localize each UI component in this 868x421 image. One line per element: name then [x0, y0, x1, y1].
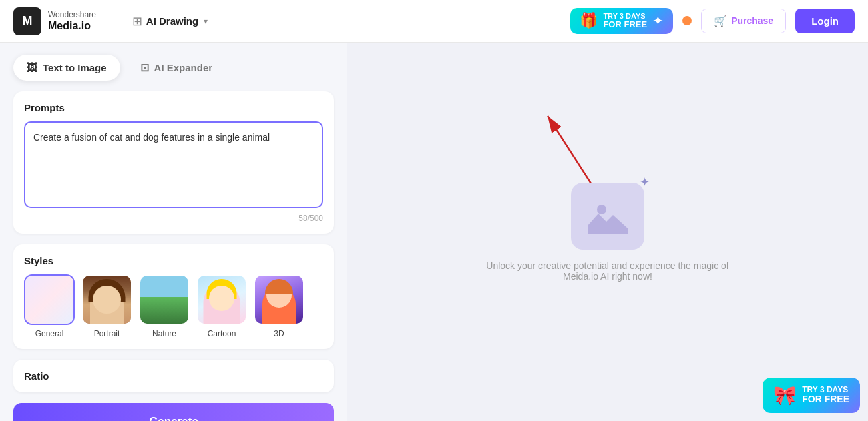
style-label-3d: 3D [274, 329, 284, 338]
brand-wondershare: Wondershare [48, 10, 96, 19]
bottom-gift-banner[interactable]: 🎀 TRY 3 DAYS FOR FREE [763, 378, 860, 413]
right-panel: ✦ Unlock your creative potential and exp… [347, 43, 868, 421]
prompts-card: Prompts Create a fusion of cat and dog f… [13, 91, 334, 234]
expand-icon: ⊡ [140, 61, 149, 74]
image-icon: 🖼 [27, 62, 37, 74]
gift-icon: 🎁 [580, 12, 598, 29]
style-thumb-general[interactable] [24, 274, 75, 325]
star-decoration-icon: ✦ [640, 175, 650, 189]
tabs: 🖼 Text to Image ⊡ AI Expander [13, 55, 334, 81]
ratio-card: Ratio [13, 360, 334, 392]
style-thumb-3d[interactable] [254, 274, 304, 325]
styles-card: Styles General [13, 244, 334, 349]
svg-point-3 [597, 205, 606, 214]
try-banner-button[interactable]: 🎁 TRY 3 DAYS FOR FREE ✦ [570, 8, 673, 33]
bottom-gift-line2: FOR FREE [802, 394, 849, 404]
star-icon: ✦ [652, 13, 664, 29]
brand-text: Wondershare Media.io [48, 10, 96, 33]
style-thumb-cartoon[interactable] [196, 274, 247, 325]
brand-mediaio: Media.io [48, 19, 96, 32]
style-item-nature[interactable]: Nature [139, 274, 190, 338]
main-layout: 🖼 Text to Image ⊡ AI Expander Prompts Cr… [0, 43, 868, 421]
styles-title: Styles [24, 255, 323, 266]
style-item-general[interactable]: General [24, 274, 75, 338]
grid-icon: ⊞ [132, 14, 142, 29]
nav-area[interactable]: ⊞ AI Drawing ▾ [132, 14, 208, 29]
ratio-title: Ratio [24, 370, 323, 382]
placeholder-icon: ✦ [571, 183, 644, 250]
chevron-down-icon: ▾ [204, 17, 208, 26]
cart-icon: 🛒 [714, 15, 727, 27]
left-panel: 🖼 Text to Image ⊡ AI Expander Prompts Cr… [0, 43, 347, 421]
style-item-portrait[interactable]: Portrait [81, 274, 132, 338]
style-label-cartoon: Cartoon [208, 329, 236, 338]
tab-text-to-image[interactable]: 🖼 Text to Image [13, 55, 120, 81]
style-thumb-portrait[interactable] [81, 274, 132, 325]
header: M Wondershare Media.io ⊞ AI Drawing ▾ 🎁 … [0, 0, 868, 43]
logo-icon: M [13, 7, 41, 35]
style-label-general: General [35, 329, 64, 338]
style-label-portrait: Portrait [94, 329, 120, 338]
style-thumb-nature[interactable] [139, 274, 190, 325]
prompts-title: Prompts [24, 102, 323, 113]
try-line2: FOR FREE [603, 20, 647, 29]
prompt-textarea[interactable]: Create a fusion of cat and dog features … [24, 121, 323, 208]
login-button[interactable]: Login [795, 9, 855, 33]
generate-button[interactable]: Generate [13, 403, 334, 421]
notification-dot[interactable] [682, 16, 692, 25]
style-item-cartoon[interactable]: Cartoon [196, 274, 247, 338]
prompt-counter: 58/500 [24, 214, 323, 223]
logo-area: M Wondershare Media.io [13, 7, 96, 35]
placeholder-text: Unlock your creative potential and exper… [474, 260, 741, 282]
gift-ribbon-icon: 🎀 [773, 384, 797, 406]
style-label-nature: Nature [152, 329, 176, 338]
placeholder-area: ✦ Unlock your creative potential and exp… [474, 183, 741, 282]
nav-label: AI Drawing [146, 15, 198, 27]
style-item-3d[interactable]: 3D [254, 274, 304, 338]
purchase-button[interactable]: 🛒 Purchase [701, 9, 786, 33]
header-right: 🎁 TRY 3 DAYS FOR FREE ✦ 🛒 Purchase Login [570, 8, 855, 33]
styles-grid: General Portrait [24, 274, 323, 338]
tab-ai-expander[interactable]: ⊡ AI Expander [127, 55, 226, 81]
